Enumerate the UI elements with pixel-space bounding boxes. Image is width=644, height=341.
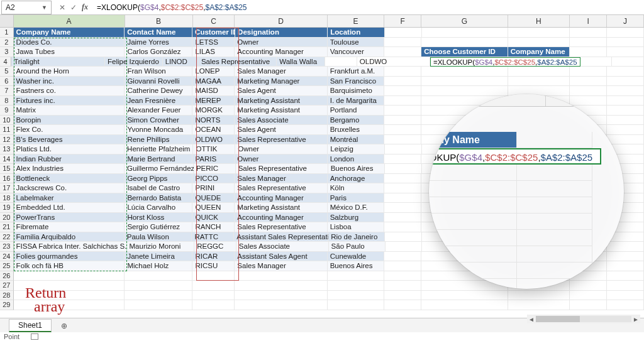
table-cell[interactable]: Sales Manager [235, 67, 327, 77]
row-header[interactable]: 23 [0, 242, 14, 252]
table-cell[interactable]: Assistant Sales Agent [235, 252, 327, 262]
cell[interactable] [384, 291, 421, 301]
cell[interactable] [192, 300, 235, 310]
lookup-choose-value[interactable]: OLDWO [357, 57, 430, 67]
cell[interactable] [508, 291, 570, 301]
cell[interactable] [192, 281, 235, 291]
table-cell[interactable]: Catherine Dewey [125, 86, 192, 96]
cell[interactable] [328, 271, 384, 281]
cell[interactable] [384, 86, 421, 96]
cell[interactable] [384, 261, 421, 271]
table-cell[interactable]: Diodes Co. [14, 38, 125, 48]
cell[interactable] [570, 86, 607, 96]
table-cell[interactable]: Boropin [14, 116, 125, 126]
cell[interactable] [235, 300, 327, 310]
table-header[interactable]: Customer ID [192, 28, 235, 38]
lookup-choose-header[interactable]: Choose Customer ID [421, 47, 508, 57]
table-cell[interactable]: São Paulo [329, 242, 386, 252]
table-cell[interactable]: RICAR [192, 252, 235, 262]
column-header-E[interactable]: E [328, 15, 384, 27]
cell[interactable] [384, 135, 421, 145]
table-cell[interactable]: Lisboa [328, 222, 384, 232]
cell[interactable] [125, 300, 192, 310]
cell[interactable] [421, 67, 508, 77]
table-cell[interactable]: Rene Phillips [125, 135, 192, 145]
table-cell[interactable]: Georg Pipps [125, 174, 192, 184]
cell[interactable] [385, 28, 422, 38]
cell[interactable] [607, 261, 644, 271]
table-cell[interactable]: Fran Wilson [125, 67, 192, 77]
add-sheet-button[interactable]: ⊕ [58, 320, 70, 332]
cell[interactable] [580, 57, 613, 67]
row-header[interactable]: 18 [0, 193, 14, 203]
table-cell[interactable]: Walla Walla [277, 57, 325, 67]
cell[interactable] [607, 242, 644, 252]
table-cell[interactable]: Accounting Manager [235, 193, 327, 203]
horizontal-scrollbar[interactable]: ◄ ► [527, 315, 640, 323]
cell[interactable] [607, 106, 644, 116]
table-cell[interactable]: Owner [235, 154, 327, 165]
table-cell[interactable]: Washer inc. [14, 77, 125, 87]
cell[interactable] [384, 271, 421, 281]
formula-input[interactable]: =XLOOKUP($G$4,$C$2:$C$25,$A$2:$A$25 [93, 1, 644, 14]
row-header[interactable]: 16 [0, 174, 14, 184]
scroll-right-icon[interactable]: ► [631, 316, 640, 323]
table-cell[interactable]: PARIS [192, 154, 235, 165]
cell[interactable] [607, 67, 644, 77]
table-cell[interactable]: Buenos Aires [328, 164, 385, 174]
table-cell[interactable]: Accounting Manager [235, 213, 327, 223]
cell[interactable] [384, 67, 421, 77]
table-cell[interactable]: Indian Rubber [14, 154, 125, 165]
table-header[interactable]: Contact Name [125, 28, 192, 38]
table-cell[interactable]: Marketing Assistant [235, 96, 327, 106]
cell[interactable] [607, 116, 644, 126]
table-cell[interactable]: Anchorage [328, 174, 384, 184]
table-cell[interactable]: Yvonne Moncada [125, 125, 192, 135]
sheet-tab[interactable]: Sheet1 [9, 319, 52, 333]
table-cell[interactable]: Sales Manager [235, 261, 327, 271]
table-cell[interactable]: Henriette Pfalzheim [125, 144, 193, 154]
lookup-company-header[interactable]: Company Name [508, 47, 570, 57]
table-cell[interactable]: Sales Agent [235, 125, 327, 135]
cell[interactable] [607, 86, 644, 96]
column-header-H[interactable]: H [508, 15, 570, 27]
cell[interactable] [384, 106, 421, 116]
row-header[interactable]: 29 [0, 300, 14, 310]
table-cell[interactable]: Carlos González [125, 47, 192, 57]
table-cell[interactable]: Janete Limeira [125, 252, 192, 262]
table-cell[interactable]: Sales Representative [199, 57, 277, 67]
cell[interactable] [384, 222, 421, 232]
table-header[interactable]: Designation [235, 28, 328, 38]
cell[interactable] [607, 281, 644, 291]
table-cell[interactable]: B's Beverages [14, 135, 125, 145]
cell[interactable] [192, 271, 235, 281]
row-header[interactable]: 3 [0, 47, 14, 57]
table-cell[interactable]: Vancouver [328, 47, 384, 57]
cell[interactable] [385, 144, 422, 154]
cell[interactable] [235, 271, 327, 281]
cell[interactable] [385, 164, 422, 174]
cell[interactable] [570, 77, 607, 87]
row-header[interactable]: 9 [0, 106, 14, 116]
table-cell[interactable]: Sergio Gutiérrez [125, 222, 192, 232]
cell[interactable] [607, 300, 644, 310]
cell[interactable] [607, 125, 644, 135]
cell[interactable] [384, 154, 421, 165]
cell[interactable] [570, 96, 607, 106]
table-cell[interactable]: Owner [235, 144, 328, 154]
table-cell[interactable]: Labelmaker [14, 193, 125, 203]
column-header-C[interactable]: C [193, 15, 235, 27]
confirm-icon[interactable]: ✓ [70, 3, 77, 12]
cell[interactable] [125, 271, 192, 281]
column-header-A[interactable]: A [14, 15, 125, 27]
table-cell[interactable]: Sales Representative [235, 222, 327, 232]
row-header[interactable]: 12 [0, 135, 14, 145]
cell[interactable] [384, 116, 421, 126]
table-cell[interactable]: Köln [328, 183, 384, 193]
cell[interactable] [384, 252, 421, 262]
cell[interactable] [607, 47, 644, 57]
table-cell[interactable]: Isabel de Castro [125, 183, 192, 193]
table-cell[interactable]: Cunewalde [328, 252, 384, 262]
row-header[interactable]: 4 [0, 57, 11, 67]
table-header[interactable]: Company Name [14, 28, 125, 38]
